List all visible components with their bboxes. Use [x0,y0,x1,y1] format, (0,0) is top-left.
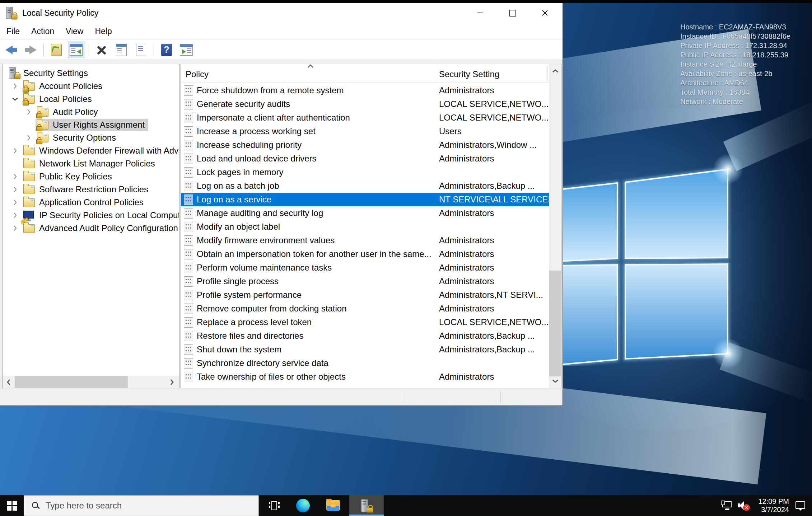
policy-row-take-ownership-of-files-or-other-objects[interactable]: Take ownership of files or other objects… [181,370,549,384]
chevron-right-icon[interactable] [22,135,36,141]
menu-view[interactable]: View [60,27,89,36]
policy-row-lock-pages-in-memory[interactable]: Lock pages in memory [181,165,549,179]
security-setting-value: Administrators,Backup ... [439,331,535,341]
policy-row-increase-scheduling-priority[interactable]: Increase scheduling priorityAdministrato… [181,138,549,152]
console-tree-button[interactable] [68,42,84,58]
policy-row-replace-a-process-level-token[interactable]: Replace a process level tokenLOCAL SERVI… [181,315,549,329]
tree-item-advanced-audit-policy-configuration[interactable]: Advanced Audit Policy Configuration [3,222,179,235]
scrollbar-thumb[interactable] [549,271,561,376]
search-input[interactable] [45,500,233,511]
policy-row-shut-down-the-system[interactable]: Shut down the systemAdministrators,Backu… [181,343,549,356]
taskbar-search[interactable] [24,495,259,516]
action-pane-button[interactable] [178,42,195,58]
scroll-right-arrow-icon[interactable] [166,376,178,388]
policy-row-modify-firmware-environment-values[interactable]: Modify firmware environment valuesAdmini… [181,234,549,247]
tree-item-security-settings[interactable]: Security Settings [3,67,179,80]
chevron-right-icon[interactable] [22,109,36,115]
tree-item-ip-security-policies-on-local-compute[interactable]: IP Security Policies on Local Compute [3,209,179,222]
tree-item-network-list-manager-policies[interactable]: Network List Manager Policies [3,157,179,170]
tree-horizontal-scrollbar[interactable] [3,376,179,388]
bginfo-line: Public IP Address : 18.218.255.39 [680,50,790,60]
menu-action[interactable]: Action [25,27,60,36]
policy-row-generate-security-audits[interactable]: Generate security auditsLOCAL SERVICE,NE… [181,97,549,111]
toolbar-separator [154,43,154,56]
taskbar-clock[interactable]: 12:09 PM 3/7/2024 [758,497,789,514]
console-tree: Security SettingsAccount PoliciesLocal P… [3,64,179,376]
chevron-down-icon[interactable] [8,97,22,101]
action-center-button[interactable] [795,495,812,516]
task-view-icon [269,501,280,510]
network-tray-button[interactable] [719,495,735,516]
delete-button[interactable] [93,42,110,58]
policy-row-perform-volume-maintenance-tasks[interactable]: Perform volume maintenance tasksAdminist… [181,261,549,275]
titlebar[interactable]: Local Security Policy [0,3,563,23]
chevron-right-icon[interactable] [8,83,22,89]
edge-button[interactable] [293,495,313,516]
chevron-right-icon[interactable] [8,147,22,154]
policy-row-increase-a-process-working-set[interactable]: Increase a process working setUsers [181,125,549,138]
task-view-button[interactable] [264,495,285,516]
policy-row-load-and-unload-device-drivers[interactable]: Load and unload device driversAdministra… [181,152,549,165]
tree-item-software-restriction-policies[interactable]: Software Restriction Policies [3,183,179,196]
policy-row-log-on-as-a-batch-job[interactable]: Log on as a batch jobAdministrators,Back… [181,179,549,193]
volume-tray-button[interactable]: ✕ [735,495,752,516]
policy-row-synchronize-directory-service-data[interactable]: Synchronize directory service data [181,356,549,370]
back-button[interactable] [3,42,19,58]
policy-row-remove-computer-from-docking-station[interactable]: Remove computer from docking stationAdmi… [181,302,549,315]
policy-name: Restore files and directories [197,331,303,341]
scroll-up-arrow-icon[interactable] [549,64,561,78]
action-pane-icon [180,44,193,56]
properties-button[interactable] [113,42,130,58]
policy-name: Obtain an impersonation token for anothe… [197,249,431,259]
menu-file[interactable]: File [1,27,25,36]
policy-icon [184,167,193,178]
forward-button[interactable] [23,42,39,58]
export-button[interactable] [48,42,65,58]
folder-lock-icon [23,94,36,104]
export-list-button[interactable] [133,42,149,58]
local-security-policy-taskbar-button[interactable] [349,495,384,516]
chevron-right-icon[interactable] [8,225,22,231]
tree-item-security-options[interactable]: Security Options [3,131,179,144]
column-header-policy[interactable]: Policy [186,69,209,79]
help-button[interactable]: ? [158,42,175,58]
app-icon [5,7,17,19]
policy-row-force-shutdown-from-a-remote-system[interactable]: Force shutdown from a remote systemAdmin… [181,84,549,97]
chevron-right-icon[interactable] [8,173,22,180]
minimize-button[interactable] [464,3,496,23]
policy-row-profile-single-process[interactable]: Profile single processAdministrators [181,275,549,288]
scrollbar-thumb[interactable] [15,376,128,388]
scroll-down-arrow-icon[interactable] [549,374,561,388]
file-explorer-button[interactable] [323,495,344,516]
menu-help[interactable]: Help [89,27,117,36]
tree-item-local-policies[interactable]: Local Policies [3,93,179,105]
policy-row-restore-files-and-directories[interactable]: Restore files and directoriesAdministrat… [181,329,549,343]
security-setting-value: Administrators [439,372,494,382]
tree-item-user-rights-assignment[interactable]: User Rights Assignment [3,118,179,131]
policy-row-profile-system-performance[interactable]: Profile system performanceAdministrators… [181,288,549,302]
start-button[interactable] [0,495,24,516]
tree-item-account-policies[interactable]: Account Policies [3,80,179,93]
policy-row-manage-auditing-and-security-log[interactable]: Manage auditing and security logAdminist… [181,206,549,220]
tree-item-public-key-policies[interactable]: Public Key Policies [3,170,179,183]
column-separator[interactable] [547,66,548,81]
security-setting-value: Administrators,Window ... [439,140,537,150]
policy-row-obtain-an-impersonation-token-for-anothe[interactable]: Obtain an impersonation token for anothe… [181,247,549,261]
column-header-security-setting[interactable]: Security Setting [439,69,499,79]
security-setting-value: Administrators [439,304,494,314]
column-separator[interactable] [437,66,437,81]
chevron-right-icon[interactable] [8,186,22,193]
close-button[interactable] [529,3,561,23]
policy-row-log-on-as-a-service[interactable]: Log on as a serviceNT SERVICE\ALL SERVIC… [181,193,549,206]
list-vertical-scrollbar[interactable] [549,64,561,388]
tree-item-audit-policy[interactable]: Audit Policy [3,105,179,118]
chevron-right-icon[interactable] [8,199,22,206]
folder-lock-icon [37,107,49,117]
tree-item-application-control-policies[interactable]: Application Control Policies [3,196,179,209]
tree-item-windows-defender-firewall-with-adva[interactable]: Windows Defender Firewall with Adva [3,144,179,157]
chevron-right-icon[interactable] [8,212,22,219]
maximize-button[interactable] [496,3,529,23]
policy-row-impersonate-a-client-after-authenticatio[interactable]: Impersonate a client after authenticatio… [181,111,549,125]
scroll-left-arrow-icon[interactable] [3,376,14,388]
policy-row-modify-an-object-label[interactable]: Modify an object label [181,220,549,234]
